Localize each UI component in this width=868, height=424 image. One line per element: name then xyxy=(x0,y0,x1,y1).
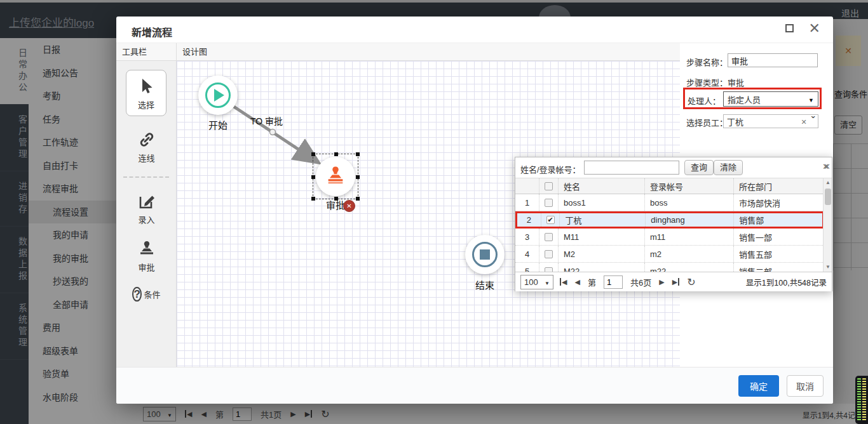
handler-select-value: 指定人员 xyxy=(728,93,761,105)
page-prefix-label: 第 xyxy=(588,276,596,288)
start-node-label: 开始 xyxy=(196,118,240,131)
tool-select[interactable]: 选择 xyxy=(126,70,166,116)
maximize-icon[interactable] xyxy=(785,24,794,32)
page-total-label: 共6页 xyxy=(630,276,651,288)
dept-column-header: 所在部门 xyxy=(734,178,823,194)
toolbar-divider xyxy=(123,176,169,178)
name-column-header: 姓名 xyxy=(559,178,645,194)
employee-table: 姓名 登录帐号 所在部门 1 boss1 boss 市场部快消 2 xyxy=(515,178,824,272)
chevron-down-icon xyxy=(545,277,550,287)
row-checkbox[interactable] xyxy=(545,199,553,207)
step-name-input[interactable] xyxy=(728,53,818,67)
query-button[interactable]: 查询 xyxy=(684,160,714,175)
edit-icon xyxy=(137,192,156,211)
dialog-footer: 确定 取消 xyxy=(116,367,833,404)
app-root: 上传您企业的logo 退出 日常办公 客户管理 进销存 数据上报 系统管理 日报… xyxy=(0,0,868,424)
toolbar-title: 工具栏 xyxy=(116,43,176,61)
picker-search-label: 姓名/登录帐号： xyxy=(520,163,581,175)
row-checkbox[interactable] xyxy=(546,216,555,224)
start-node[interactable] xyxy=(198,76,238,115)
design-title: 设计图 xyxy=(177,43,680,61)
tool-condition[interactable]: 条件 xyxy=(116,287,177,302)
scrollbar-thumb[interactable] xyxy=(825,189,831,205)
equalizer-bar xyxy=(857,378,861,421)
question-icon xyxy=(132,287,141,301)
close-icon[interactable] xyxy=(809,20,820,37)
refresh-icon[interactable] xyxy=(687,276,695,288)
handler-select[interactable]: 指定人员 xyxy=(723,91,818,107)
table-row[interactable]: 5 M22 m22 销售二部 xyxy=(515,263,824,272)
table-scrollbar[interactable] xyxy=(823,178,832,272)
employee-combo-value: 丁杭 xyxy=(727,116,801,128)
step-name-label: 步骤名称： xyxy=(686,56,728,68)
row-checkbox[interactable] xyxy=(545,233,553,241)
row-checkbox[interactable] xyxy=(545,250,553,258)
clear-icon[interactable] xyxy=(801,117,811,126)
picker-close-icon[interactable] xyxy=(822,162,827,171)
tool-input-label: 录入 xyxy=(138,215,154,225)
picker-records-info: 显示1到100,共548记录 xyxy=(746,276,832,288)
tool-condition-label: 条件 xyxy=(144,290,161,300)
equalizer-bar xyxy=(862,378,866,421)
table-header-row: 姓名 登录帐号 所在部门 xyxy=(515,178,824,194)
picker-search-input[interactable] xyxy=(584,161,679,175)
edge-label[interactable]: TO 审批 xyxy=(250,114,283,127)
employee-label: 选择员工： xyxy=(686,116,728,128)
step-type-value: 审批 xyxy=(728,76,744,88)
cursor-icon xyxy=(137,77,156,96)
play-icon xyxy=(205,83,231,108)
ok-button[interactable]: 确定 xyxy=(738,375,779,397)
link-icon xyxy=(137,130,156,149)
index-column-header xyxy=(515,178,539,194)
table-row-selected[interactable]: 2 丁杭 dinghang 销售部 xyxy=(515,211,824,229)
toolbar-panel: 工具栏 选择 连线 xyxy=(116,43,177,367)
cancel-button[interactable]: 取消 xyxy=(787,375,824,397)
stamp-icon xyxy=(137,239,156,258)
chevron-down-icon xyxy=(808,95,814,104)
picker-pagination-bar: 100 第 共6页 显示1到100,共548记录 xyxy=(515,272,832,291)
prev-page-button[interactable] xyxy=(574,278,580,286)
dialog-header: 新增流程 xyxy=(116,17,833,43)
tool-select-label: 选择 xyxy=(138,100,154,110)
account-column-header: 登录帐号 xyxy=(645,178,734,194)
handler-label: 处理人： xyxy=(688,95,721,107)
next-page-button[interactable] xyxy=(659,278,664,286)
tool-approve[interactable]: 审批 xyxy=(116,239,177,273)
tool-approve-label: 审批 xyxy=(138,263,154,272)
employee-combo[interactable]: 丁杭 xyxy=(723,114,818,128)
clear-button[interactable]: 清除 xyxy=(714,160,743,175)
approval-node[interactable] xyxy=(316,157,355,196)
table-row[interactable]: 4 M2 m2 销售五部 xyxy=(515,246,824,263)
dialog-title: 新增流程 xyxy=(132,24,172,39)
chevron-down-icon[interactable] xyxy=(811,116,815,127)
row-checkbox[interactable] xyxy=(545,267,553,272)
tool-connect-label: 连线 xyxy=(138,154,154,163)
picker-page-input[interactable] xyxy=(604,275,623,289)
tool-input[interactable]: 录入 xyxy=(116,192,177,225)
employee-picker-popup: 姓名/登录帐号： 查询 清除 姓名 登录帐号 所在部门 1 xyxy=(515,157,832,291)
scroll-down-icon[interactable] xyxy=(824,263,832,272)
picker-page-size-select[interactable]: 100 xyxy=(520,275,553,289)
equalizer-widget[interactable] xyxy=(855,376,868,424)
dialog-body: 工具栏 选择 连线 xyxy=(116,43,833,367)
end-node-label: 结束 xyxy=(463,278,507,291)
first-page-button[interactable] xyxy=(560,278,567,286)
tool-connect[interactable]: 连线 xyxy=(116,130,177,164)
last-page-button[interactable] xyxy=(672,278,679,286)
step-type-label: 步骤类型： xyxy=(686,76,728,88)
stamp-icon xyxy=(325,164,346,189)
stop-icon xyxy=(472,242,498,267)
table-row[interactable]: 3 M11 m11 销售一部 xyxy=(515,229,824,246)
delete-node-badge[interactable] xyxy=(343,200,355,212)
end-node[interactable] xyxy=(465,235,505,274)
select-all-checkbox[interactable] xyxy=(539,178,559,194)
new-workflow-dialog: 新增流程 工具栏 选择 xyxy=(116,17,833,404)
table-row[interactable]: 1 boss1 boss 市场部快消 xyxy=(515,194,824,211)
scroll-up-icon[interactable] xyxy=(824,178,832,187)
picker-search-bar: 姓名/登录帐号： 查询 清除 xyxy=(515,157,832,178)
